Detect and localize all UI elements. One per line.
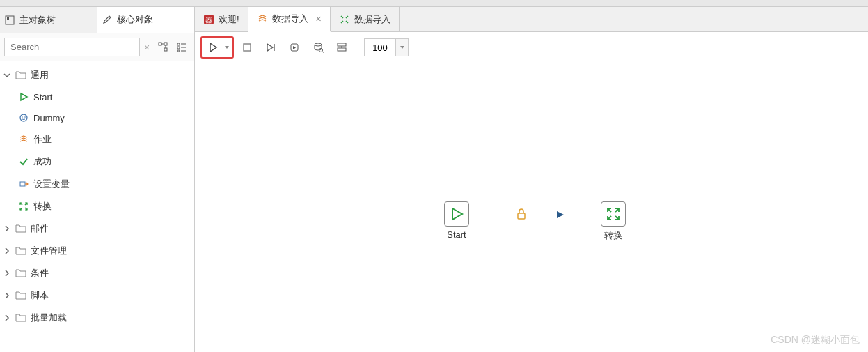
preview-button[interactable] <box>260 38 281 57</box>
svg-rect-16 <box>20 182 25 186</box>
tree-folder-bulkload[interactable]: 批量加载 <box>0 307 194 329</box>
svg-rect-9 <box>177 50 180 52</box>
expand-icon[interactable] <box>3 224 11 233</box>
svg-rect-1 <box>7 17 9 20</box>
tree-folder-general[interactable]: 通用 <box>0 64 194 86</box>
search-clear-icon[interactable]: × <box>144 42 154 53</box>
svg-point-14 <box>22 116 23 118</box>
editor-toolbar <box>195 32 868 63</box>
transform-icon <box>18 201 29 212</box>
tree-folder-mail[interactable]: 邮件 <box>0 217 194 240</box>
node-transform[interactable]: 转换 <box>601 201 626 242</box>
tree-item-dummy[interactable]: Dummy <box>0 107 194 128</box>
tree-folder-condition[interactable]: 条件 <box>0 262 194 284</box>
expand-icon[interactable] <box>3 291 11 300</box>
tree-item-transform[interactable]: 转换 <box>0 195 194 217</box>
tab-label: 欢迎! <box>219 13 239 26</box>
svg-text:器: 器 <box>205 16 212 24</box>
tree-item-label: 条件 <box>31 267 49 280</box>
setvar-icon <box>18 178 29 190</box>
tree-folder-script[interactable]: 脚本 <box>0 284 194 307</box>
expand-icon[interactable] <box>3 247 11 255</box>
edge-start-to-transform[interactable] <box>470 215 603 215</box>
tree-item-label: 批量加载 <box>31 312 67 324</box>
tree-item-success[interactable]: 成功 <box>0 151 194 173</box>
editor-tabs: 器 欢迎! 数据导入 ✕ 数据导入 <box>195 7 868 32</box>
sidebar: 主对象树 核心对象 × <box>0 7 195 352</box>
run-button[interactable] <box>203 39 223 56</box>
tree-item-start[interactable]: Start <box>0 86 194 107</box>
sidebar-tabs: 主对象树 核心对象 <box>0 7 194 33</box>
tree-item-label: Dummy <box>33 113 65 123</box>
zoom-dropdown[interactable] <box>395 39 408 56</box>
svg-rect-2 <box>159 43 161 45</box>
pencil-icon <box>102 14 113 25</box>
node-label: 转换 <box>604 229 622 242</box>
folder-icon <box>15 223 26 234</box>
job-icon <box>257 13 268 24</box>
svg-rect-3 <box>164 43 167 45</box>
expand-icon[interactable] <box>3 269 11 277</box>
folder-icon <box>15 268 26 279</box>
toolbar-separator <box>358 40 358 55</box>
svg-rect-4 <box>164 48 167 51</box>
node-label: Start <box>447 229 466 240</box>
tree-item-setvar[interactable]: 设置变量 <box>0 173 194 195</box>
debug-button[interactable] <box>284 38 305 57</box>
zoom-input[interactable] <box>365 41 395 54</box>
run-button-group <box>200 36 234 59</box>
editor-tab-import-job[interactable]: 数据导入 ✕ <box>248 7 331 32</box>
tree-item-label: 成功 <box>33 155 52 168</box>
editor-tab-welcome[interactable]: 器 欢迎! <box>195 7 248 31</box>
stop-button[interactable] <box>237 38 258 57</box>
node-start[interactable]: Start <box>444 201 469 240</box>
canvas[interactable]: Start 转换 CSDN @迷糊小面包 <box>195 63 868 352</box>
analyze-button[interactable] <box>331 38 352 57</box>
search-input[interactable] <box>4 38 140 56</box>
tree-icon <box>4 15 15 26</box>
run-dropdown[interactable] <box>223 45 231 50</box>
tree-item-label: Start <box>33 92 52 102</box>
svg-rect-8 <box>177 47 180 49</box>
sidebar-tree: 通用 Start Dummy <box>0 61 194 352</box>
collapse-icon[interactable] <box>3 71 11 79</box>
sidebar-tab-core[interactable]: 核心对象 <box>97 7 194 33</box>
tree-item-label: 转换 <box>33 200 52 213</box>
svg-rect-19 <box>244 44 251 51</box>
start-icon <box>18 91 29 102</box>
svg-rect-0 <box>6 16 14 24</box>
tree-folder-filemgmt[interactable]: 文件管理 <box>0 240 194 262</box>
tree-view-icon[interactable] <box>158 42 169 53</box>
lock-icon[interactable] <box>516 208 526 220</box>
sidebar-tab-main-tree[interactable]: 主对象树 <box>0 7 97 33</box>
sql-button[interactable] <box>308 38 329 57</box>
folder-icon <box>15 312 26 323</box>
tree-item-job[interactable]: 作业 <box>0 128 194 151</box>
app-toolbar <box>0 0 868 7</box>
folder-icon <box>15 70 26 81</box>
editor-tab-import-trans[interactable]: 数据导入 <box>331 7 400 31</box>
tab-label: 数据导入 <box>354 13 390 26</box>
welcome-icon: 器 <box>203 14 214 25</box>
folder-icon <box>15 290 26 301</box>
dummy-icon <box>18 112 29 123</box>
tree-item-label: 作业 <box>33 133 52 146</box>
tree-item-label: 脚本 <box>31 289 49 302</box>
svg-point-15 <box>24 116 26 118</box>
tab-label: 数据导入 <box>272 13 308 25</box>
watermark: CSDN @迷糊小面包 <box>771 334 860 346</box>
zoom-control <box>364 38 409 56</box>
arrow-icon <box>557 211 564 218</box>
list-view-icon[interactable] <box>176 42 187 53</box>
expand-icon[interactable] <box>3 314 11 322</box>
close-icon[interactable]: ✕ <box>315 15 322 24</box>
success-icon <box>18 156 29 167</box>
folder-icon <box>15 245 26 257</box>
tree-item-label: 文件管理 <box>31 245 67 257</box>
sidebar-tab-label: 核心对象 <box>117 13 153 26</box>
svg-rect-7 <box>177 43 180 45</box>
job-icon <box>18 134 29 145</box>
tree-item-label: 设置变量 <box>33 178 70 190</box>
svg-line-24 <box>322 52 324 53</box>
sidebar-search-row: × <box>0 33 194 61</box>
